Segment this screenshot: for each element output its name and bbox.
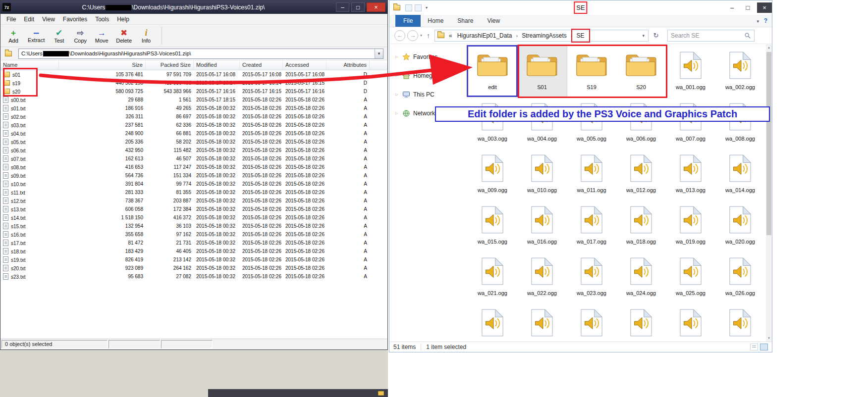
file-tile[interactable] <box>616 302 666 342</box>
menu-item[interactable]: Edit <box>20 15 38 24</box>
table-row[interactable]: s12.txt 738 367 203 887 2015-05-18 00:32… <box>0 197 387 205</box>
breadcrumb-item[interactable]: HigurashiEp01_Data <box>454 31 515 40</box>
file-tile[interactable]: wa_012.ogg <box>616 148 666 199</box>
file-tile[interactable]: wa_014.ogg <box>715 148 765 199</box>
scroll-up-icon[interactable]: ▴ <box>766 44 772 51</box>
sidebar-item-favorites[interactable]: ▷ Favorites <box>389 49 468 65</box>
file-tile[interactable]: wa_016.ogg <box>517 199 567 251</box>
file-tile[interactable]: wa_002.ogg <box>715 45 765 97</box>
file-tile[interactable]: wa_009.ogg <box>468 148 517 199</box>
file-tile[interactable]: wa_019.ogg <box>666 199 715 251</box>
file-tile[interactable]: wa_015.ogg <box>468 199 517 251</box>
breadcrumb-overflow[interactable]: « <box>448 31 453 40</box>
file-tile[interactable]: wa_005.ogg <box>567 97 616 148</box>
table-row[interactable]: s06.txt 432 950 115 482 2015-05-18 00:32… <box>0 146 387 154</box>
table-row[interactable]: s09.txt 564 736 151 334 2015-05-18 00:32… <box>0 171 387 180</box>
table-row[interactable]: s03.txt 237 581 62 336 2015-05-18 00:32 … <box>0 121 387 129</box>
file-tile[interactable]: wa_013.ogg <box>666 148 715 199</box>
file-tile[interactable]: wa_004.ogg <box>517 97 567 148</box>
file-tile[interactable]: wa_022.ogg <box>517 251 567 302</box>
column-header-modified[interactable]: Modified <box>194 60 240 70</box>
search-box[interactable]: Search SE <box>667 30 755 42</box>
file-tile[interactable] <box>567 302 616 342</box>
explorer-close-button[interactable]: × <box>757 2 772 13</box>
7zip-maximize-button[interactable]: □ <box>351 2 365 12</box>
table-row[interactable]: s01.txt 186 916 49 265 2015-05-18 00:32 … <box>0 104 387 112</box>
tab-file[interactable]: File <box>395 15 421 27</box>
file-tile[interactable]: S01 <box>517 45 567 97</box>
root-folder-button[interactable] <box>3 49 15 59</box>
tab-view[interactable]: View <box>480 15 507 27</box>
7zip-minimize-button[interactable]: – <box>336 2 349 12</box>
table-row[interactable]: s04.txt 248 900 66 881 2015-05-18 00:32 … <box>0 129 387 138</box>
file-tile[interactable]: wa_017.ogg <box>567 199 616 251</box>
table-row[interactable]: s19.txt 826 419 213 142 2015-05-18 00:32… <box>0 255 387 264</box>
file-tile[interactable]: wa_006.ogg <box>616 97 666 148</box>
column-header-attributes[interactable]: Attributes <box>326 60 370 70</box>
qat-chevron-icon[interactable]: ▾ <box>424 5 429 10</box>
table-row[interactable]: s05.txt 205 336 58 202 2015-05-18 00:32 … <box>0 138 387 146</box>
table-row[interactable]: s07.txt 162 613 46 507 2015-05-18 00:32 … <box>0 154 387 163</box>
table-row[interactable]: s14.txt 1 518 150 416 372 2015-05-18 00:… <box>0 213 387 222</box>
forward-button[interactable]: → <box>407 30 418 41</box>
history-dropdown-icon[interactable]: ▾ <box>420 33 422 38</box>
extract-button[interactable]: −Extract <box>28 29 45 43</box>
sidebar-item-homegroup[interactable]: ▷ Homegroup <box>389 68 468 84</box>
file-tile[interactable]: wa_010.ogg <box>517 148 567 199</box>
table-row[interactable]: s19 440 302 158 413 036 466 2015-05-17 1… <box>0 79 387 87</box>
table-row[interactable]: s02.txt 326 311 86 697 2015-05-18 00:32 … <box>0 112 387 121</box>
breadcrumb-item[interactable]: StreamingAssets <box>519 31 570 40</box>
back-button[interactable]: ← <box>394 30 405 41</box>
table-row[interactable]: s20.txt 923 089 264 162 2015-05-18 00:32… <box>0 264 387 272</box>
file-tile[interactable]: wa_026.ogg <box>715 251 765 302</box>
file-tile[interactable] <box>468 302 517 342</box>
view-thumbnails-icon[interactable] <box>760 344 768 350</box>
ribbon-expand-icon[interactable]: ▾ <box>757 19 759 24</box>
expand-arrow-icon[interactable]: ▷ <box>395 55 399 59</box>
menu-item[interactable]: Favorites <box>59 15 91 24</box>
file-tile[interactable]: edit <box>468 45 517 97</box>
scrollbar-thumb[interactable] <box>766 52 771 235</box>
up-button[interactable]: ↑ <box>427 32 430 40</box>
copy-button[interactable]: ⇨Copy <box>73 28 87 44</box>
address-bar[interactable]: « HigurashiEp01_Data › StreamingAssets ›… <box>434 30 649 42</box>
table-row[interactable]: s23.txt 95 683 27 082 2015-05-18 00:32 2… <box>0 272 387 281</box>
expand-arrow-icon[interactable]: ▷ <box>395 93 399 97</box>
file-tile[interactable]: wa_001.ogg <box>666 45 715 97</box>
expand-arrow-icon[interactable]: ▷ <box>395 74 399 78</box>
table-row[interactable]: s00.txt 29 688 1 561 2015-05-17 18:15 20… <box>0 96 387 104</box>
column-header-size[interactable]: Size <box>59 60 146 70</box>
address-dropdown-icon[interactable]: ▾ <box>640 33 647 38</box>
tab-share[interactable]: Share <box>450 15 480 27</box>
path-dropdown-icon[interactable]: ▾ <box>375 49 383 58</box>
explorer-titlebar[interactable]: ▾ SE – □ × <box>389 0 772 15</box>
delete-button[interactable]: ✖Delete <box>116 28 132 44</box>
7zip-titlebar[interactable]: 7z C:\Users\Downloads\Higurashi\Higurash… <box>0 0 387 14</box>
table-row[interactable]: s10.txt 391 804 99 774 2015-05-18 00:32 … <box>0 180 387 188</box>
table-row[interactable]: s18.txt 183 429 46 405 2015-05-18 00:32 … <box>0 247 387 255</box>
file-tile[interactable]: wa_003.ogg <box>468 97 517 148</box>
column-header-created[interactable]: Created <box>240 60 283 70</box>
file-tile[interactable]: wa_020.ogg <box>715 199 765 251</box>
7zip-close-button[interactable]: × <box>367 2 385 12</box>
file-tile[interactable]: wa_018.ogg <box>616 199 666 251</box>
file-tile[interactable]: wa_021.ogg <box>468 251 517 302</box>
explorer-minimize-button[interactable]: – <box>725 2 739 13</box>
table-row[interactable]: s13.txt 606 058 172 384 2015-05-18 00:32… <box>0 205 387 213</box>
file-tile[interactable]: wa_008.ogg <box>715 97 765 148</box>
file-tile[interactable]: S20 <box>616 45 666 97</box>
table-row[interactable]: s15.txt 132 954 36 103 2015-05-18 00:32 … <box>0 222 387 230</box>
expand-arrow-icon[interactable]: ▷ <box>395 111 399 115</box>
sidebar-item-this-pc[interactable]: ▷ This PC <box>389 87 468 102</box>
test-button[interactable]: ✔Test <box>52 28 66 44</box>
explorer-maximize-button[interactable]: □ <box>741 2 755 13</box>
view-details-icon[interactable] <box>750 344 758 350</box>
menu-item[interactable]: Help <box>113 15 133 24</box>
file-tile[interactable] <box>517 302 567 342</box>
file-tile[interactable] <box>715 302 765 342</box>
qat-newfolder-icon[interactable] <box>415 4 422 11</box>
file-tile[interactable]: wa_011.ogg <box>567 148 616 199</box>
file-tile[interactable]: S19 <box>567 45 616 97</box>
table-row[interactable]: s16.txt 355 658 97 162 2015-05-18 00:32 … <box>0 230 387 239</box>
file-tile[interactable]: wa_024.ogg <box>616 251 666 302</box>
